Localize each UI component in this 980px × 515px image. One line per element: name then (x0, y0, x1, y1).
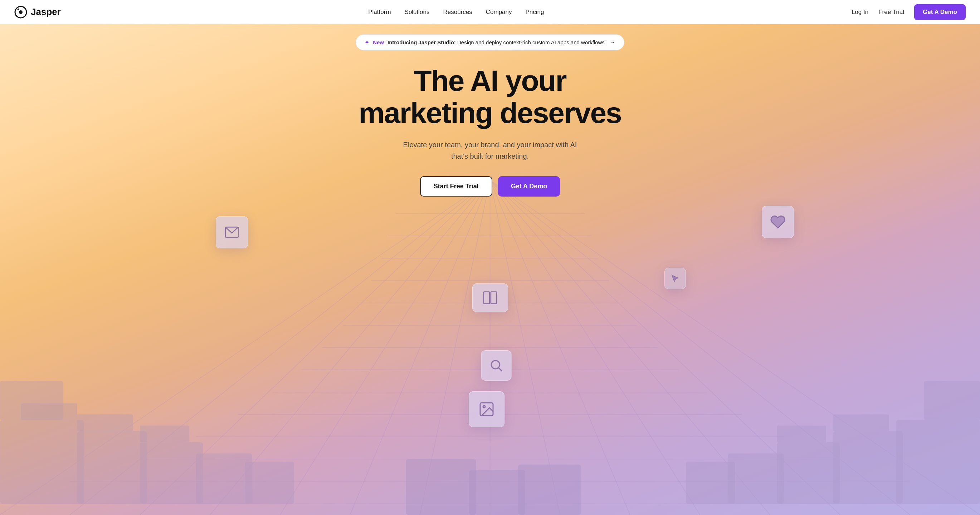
logo-text: Jasper (31, 6, 61, 17)
svg-rect-42 (924, 381, 980, 420)
hero-title-line2: marketing deserves (358, 97, 621, 129)
floating-card-heart (762, 206, 794, 238)
free-trial-link[interactable]: Free Trial (878, 9, 904, 16)
floating-card-cursor (664, 268, 686, 289)
svg-rect-44 (777, 442, 840, 504)
svg-rect-51 (518, 465, 581, 515)
svg-rect-47 (833, 415, 889, 431)
floating-card-mail (216, 216, 248, 249)
announcement-arrow-icon: → (610, 39, 616, 46)
floating-card-book (472, 284, 508, 312)
nav-company[interactable]: Company (486, 9, 512, 15)
login-link[interactable]: Log In (851, 9, 869, 16)
hero-content: The AI your marketing deserves Elevate y… (352, 65, 628, 196)
svg-line-56 (499, 368, 502, 371)
hero-section: ✦ New Introducing Jasper Studio: Design … (0, 0, 980, 515)
svg-rect-53 (484, 292, 490, 303)
sparkle-icon: ✦ (364, 39, 369, 46)
svg-rect-45 (728, 453, 784, 504)
svg-rect-34 (21, 404, 77, 420)
svg-rect-50 (469, 470, 525, 515)
navigation: Jasper Platform Solutions Resources Comp… (0, 0, 980, 24)
hero-get-demo-button[interactable]: Get A Demo (498, 176, 560, 196)
hero-floor (0, 180, 980, 515)
hero-subtitle: Elevate your team, your brand, and your … (397, 139, 583, 162)
floating-card-image (469, 391, 504, 427)
svg-rect-36 (140, 442, 203, 504)
svg-rect-37 (196, 453, 252, 504)
svg-rect-40 (140, 426, 189, 442)
svg-rect-38 (245, 462, 294, 504)
announcement-text: Introducing Jasper Studio: Design and de… (388, 39, 605, 45)
svg-rect-43 (833, 431, 903, 504)
hero-cta-buttons: Start Free Trial Get A Demo (358, 176, 621, 196)
grid-svg (0, 180, 980, 515)
svg-rect-48 (777, 426, 826, 442)
announcement-rest: Design and deploy context-rich custom AI… (456, 39, 605, 45)
announcement-bar[interactable]: ✦ New Introducing Jasper Studio: Design … (356, 34, 624, 51)
announcement-badge: New (373, 39, 384, 45)
svg-point-55 (491, 361, 500, 369)
get-demo-button[interactable]: Get A Demo (914, 4, 966, 20)
svg-rect-41 (896, 420, 980, 504)
svg-rect-32 (0, 420, 84, 504)
nav-platform[interactable]: Platform (368, 9, 391, 15)
nav-resources[interactable]: Resources (443, 9, 472, 15)
mail-icon (224, 225, 240, 240)
heart-icon (770, 214, 786, 230)
search-icon (489, 358, 503, 372)
nav-links: Platform Solutions Resources Company Pri… (368, 9, 544, 16)
hero-title: The AI your marketing deserves (358, 65, 621, 129)
svg-point-2 (18, 8, 19, 10)
image-icon (478, 401, 495, 418)
nav-pricing[interactable]: Pricing (526, 9, 544, 15)
start-free-trial-button[interactable]: Start Free Trial (420, 176, 492, 196)
svg-rect-39 (77, 415, 133, 431)
svg-rect-35 (77, 431, 147, 504)
svg-rect-54 (490, 292, 496, 303)
cursor-icon (670, 273, 680, 284)
svg-rect-49 (406, 459, 476, 515)
nav-right: Log In Free Trial Get A Demo (851, 4, 966, 20)
nav-solutions[interactable]: Solutions (405, 9, 430, 15)
svg-point-1 (19, 10, 22, 14)
hero-title-line1: The AI your (414, 64, 566, 97)
jasper-logo-icon (14, 6, 27, 19)
book-icon (482, 290, 499, 306)
svg-point-58 (483, 406, 485, 408)
announcement-bold: Introducing Jasper Studio: (388, 39, 456, 45)
floating-card-search (481, 350, 511, 380)
svg-rect-46 (686, 462, 735, 504)
logo[interactable]: Jasper (14, 6, 61, 19)
